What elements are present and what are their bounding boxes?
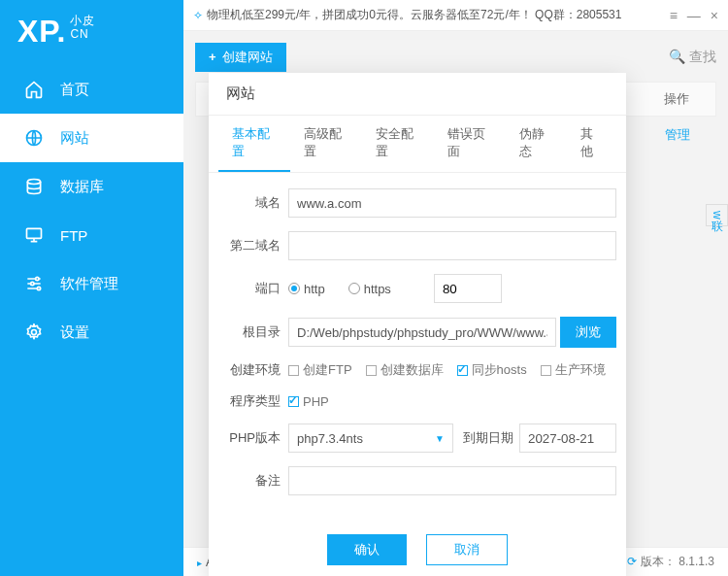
create-site-button[interactable]: 创建网站	[195, 43, 286, 72]
tab-basic[interactable]: 基本配置	[218, 116, 290, 172]
svg-point-3	[36, 277, 39, 280]
checkbox-icon	[366, 365, 377, 376]
checkbox-icon	[288, 365, 299, 376]
label-port: 端口	[218, 280, 281, 297]
env-check-group: 创建FTP 创建数据库 同步hosts 生产环境	[288, 361, 606, 379]
radio-icon	[348, 283, 360, 294]
svg-rect-2	[27, 228, 42, 238]
nav-db[interactable]: 数据库	[0, 162, 183, 211]
tab-rewrite[interactable]: 伪静态	[506, 116, 567, 172]
home-icon	[23, 79, 45, 100]
content-toolbar: 创建网站 🔍查找	[195, 43, 716, 72]
ok-button[interactable]: 确认	[327, 534, 407, 565]
label-type: 程序类型	[218, 392, 281, 410]
tab-other[interactable]: 其他	[567, 116, 616, 172]
logo-dot: .	[57, 14, 67, 49]
tab-advanced[interactable]: 高级配置	[290, 116, 362, 172]
svg-point-4	[31, 282, 34, 285]
promo-text: 物理机低至299元/年，拼团成功0元得。云服务器低至72元/年！ QQ群：280…	[207, 7, 621, 23]
logo-sub: 小皮CN	[70, 14, 95, 42]
svg-point-6	[32, 330, 37, 335]
browse-button[interactable]: 浏览	[560, 317, 616, 348]
root-input[interactable]	[288, 318, 556, 347]
right-side-tab[interactable]: 联w	[706, 204, 728, 226]
label-env: 创建环境	[218, 361, 281, 379]
remark-input[interactable]	[288, 466, 616, 495]
nav-settings-label: 设置	[60, 323, 89, 342]
nav-home[interactable]: 首页	[0, 65, 183, 114]
nav-db-label: 数据库	[60, 178, 104, 196]
cancel-button[interactable]: 取消	[426, 534, 508, 565]
modal-tabs: 基本配置 高级配置 安全配置 错误页面 伪静态 其他	[209, 116, 626, 173]
nav-software[interactable]: 软件管理	[0, 259, 183, 308]
modal-footer: 确认 取消	[209, 521, 626, 576]
nav-ftp[interactable]: FTP	[0, 211, 183, 259]
logo: XP.小皮CN	[0, 0, 183, 65]
php-version-select[interactable]: php7.3.4nts ▼	[288, 424, 453, 453]
sidebar: XP.小皮CN 首页 网站 数据库 FTP 软件管理 设置	[0, 0, 183, 576]
label-expire: 到期日期	[463, 429, 513, 447]
label-php-ver: PHP版本	[218, 429, 281, 447]
nav-settings[interactable]: 设置	[0, 308, 183, 356]
globe-icon	[23, 127, 45, 149]
check-create-db[interactable]: 创建数据库	[366, 361, 444, 379]
label-remark: 备注	[218, 472, 281, 490]
database-icon	[23, 176, 45, 197]
check-create-ftp[interactable]: 创建FTP	[288, 361, 352, 379]
nav-home-label: 首页	[60, 81, 89, 99]
protocol-radio-group: http https	[288, 274, 502, 303]
modal-title: 网站	[209, 73, 626, 116]
close-icon[interactable]: ×	[711, 8, 718, 23]
radio-icon	[288, 283, 300, 294]
minimize-icon[interactable]: —	[687, 8, 701, 23]
nav-ftp-label: FTP	[60, 227, 87, 244]
radio-http[interactable]: http	[288, 282, 325, 296]
site-modal: 网站 基本配置 高级配置 安全配置 错误页面 伪静态 其他 域名 第二域名 端口…	[209, 73, 626, 576]
checkbox-icon	[288, 396, 299, 407]
label-root: 根目录	[218, 323, 281, 341]
check-php[interactable]: PHP	[288, 394, 329, 409]
radio-https[interactable]: https	[348, 282, 391, 296]
type-check-group: PHP	[288, 394, 329, 409]
monitor-icon	[23, 224, 45, 246]
nav-site-label: 网站	[60, 129, 89, 148]
modal-form: 域名 第二域名 端口 http https 根目录 浏览 创建环境 创建FTP …	[209, 173, 626, 521]
label-domain: 域名	[218, 194, 281, 212]
nav-software-label: 软件管理	[60, 275, 118, 293]
tab-security[interactable]: 安全配置	[362, 116, 434, 172]
checkbox-icon	[541, 365, 551, 376]
search-label: 查找	[689, 49, 716, 64]
checkbox-icon	[457, 365, 468, 376]
manage-link[interactable]: 管理	[639, 126, 716, 144]
svg-point-5	[37, 287, 40, 289]
bell-icon: ✧	[193, 9, 203, 22]
second-domain-input[interactable]	[288, 231, 616, 260]
domain-input[interactable]	[288, 188, 616, 218]
menu-icon[interactable]: ≡	[670, 8, 678, 23]
expire-date-input[interactable]	[519, 424, 616, 453]
topbar: ✧ 物理机低至299元/年，拼团成功0元得。云服务器低至72元/年！ QQ群：2…	[183, 0, 728, 31]
php-version-value: php7.3.4nts	[297, 431, 363, 446]
tab-error[interactable]: 错误页面	[434, 116, 506, 172]
sliders-icon	[23, 273, 45, 294]
search-box[interactable]: 🔍查找	[669, 49, 716, 66]
gear-icon	[23, 322, 45, 343]
check-sync-hosts[interactable]: 同步hosts	[457, 361, 527, 379]
check-prod-env[interactable]: 生产环境	[541, 361, 606, 379]
version-info: 版本： 8.1.1.3	[627, 554, 714, 570]
search-icon: 🔍	[669, 49, 685, 64]
column-operation: 操作	[638, 90, 715, 108]
nav-site[interactable]: 网站	[0, 114, 183, 162]
logo-text: XP	[17, 14, 57, 49]
chevron-down-icon: ▼	[435, 433, 445, 444]
svg-point-1	[27, 180, 40, 185]
window-controls: ≡ — ×	[670, 8, 718, 23]
port-input[interactable]	[434, 274, 502, 303]
label-second-domain: 第二域名	[218, 237, 281, 254]
